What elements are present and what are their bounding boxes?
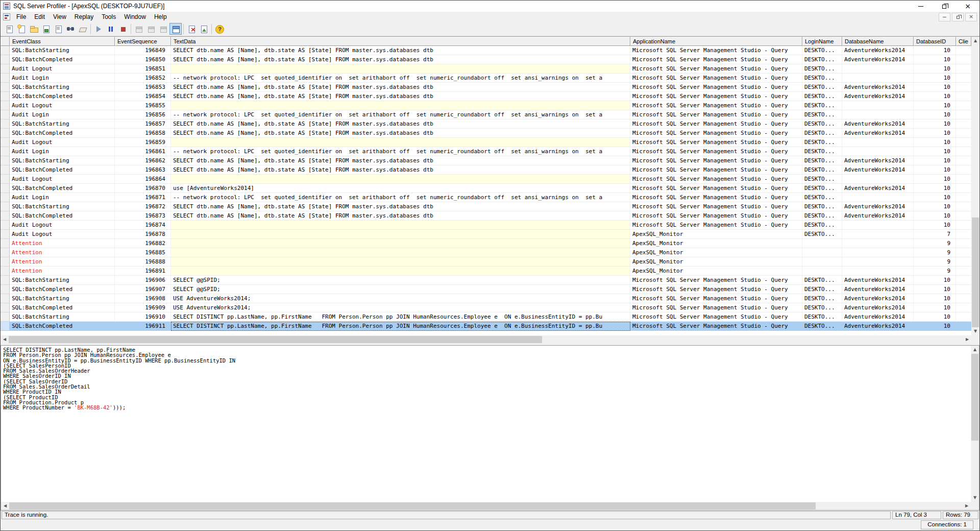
scroll-down-icon[interactable]: ▼: [971, 327, 979, 335]
detail-vscroll-thumb[interactable]: [971, 354, 978, 441]
table-row[interactable]: Attention196882ApexSQL_Monitor9: [1, 239, 971, 248]
column-header-databasename[interactable]: DatabaseName: [842, 37, 914, 46]
scroll-left-icon[interactable]: ◀: [1, 502, 9, 510]
cell-cell-event: SQL:BatchStarting: [10, 119, 115, 129]
menu-item-edit[interactable]: Edit: [30, 12, 49, 22]
menu-item-help[interactable]: Help: [150, 12, 171, 22]
table-row[interactable]: Attention196891ApexSQL_Monitor9: [1, 267, 971, 276]
table-row[interactable]: SQL:BatchStarting196872SELECT dtb.name A…: [1, 202, 971, 211]
table-row[interactable]: Attention196888ApexSQL_Monitor9: [1, 257, 971, 267]
grid-horizontal-scrollbar[interactable]: ◀ ▶: [1, 335, 971, 344]
new-template-button[interactable]: [15, 23, 28, 35]
column-header-eventsequence[interactable]: EventSequence: [115, 37, 171, 46]
play-button[interactable]: [92, 23, 105, 35]
mdi-restore-button[interactable]: [952, 13, 964, 21]
table-row[interactable]: Audit Login196871-- network protocol: LP…: [1, 193, 971, 202]
chart-button[interactable]: [198, 23, 210, 35]
window-2-button[interactable]: [145, 23, 157, 35]
table-row[interactable]: SQL:BatchCompleted196911SELECT DISTINCT …: [1, 322, 971, 331]
trace-properties-button[interactable]: [52, 23, 64, 35]
cell-cell-event: SQL:BatchCompleted: [10, 303, 115, 312]
auto-scroll-button[interactable]: [169, 23, 182, 35]
table-row[interactable]: Audit Logout196864Microsoft SQL Server M…: [1, 175, 971, 184]
menu-item-window[interactable]: Window: [120, 12, 150, 22]
cell-cell-login: DESKTO...: [802, 175, 842, 184]
table-row[interactable]: Audit Logout196874Microsoft SQL Server M…: [1, 221, 971, 230]
chart-icon: [200, 25, 208, 33]
table-row[interactable]: SQL:BatchCompleted196858SELECT dtb.name …: [1, 129, 971, 138]
scroll-up-icon[interactable]: ▲: [971, 37, 979, 45]
stop-button[interactable]: [117, 23, 129, 35]
table-row[interactable]: SQL:BatchStarting196908USE AdventureWork…: [1, 294, 971, 303]
cell-cell-login: DESKTO...: [802, 276, 842, 285]
scroll-up-icon[interactable]: ▲: [971, 346, 979, 354]
table-row[interactable]: SQL:BatchStarting196857SELECT dtb.name A…: [1, 119, 971, 129]
table-row[interactable]: Attention196885ApexSQL_Monitor9: [1, 248, 971, 257]
scroll-down-icon[interactable]: ▼: [971, 494, 979, 502]
menu-item-file[interactable]: File: [12, 12, 30, 22]
detail-hscroll-thumb[interactable]: [9, 502, 816, 510]
table-row[interactable]: SQL:BatchStarting196853SELECT dtb.name A…: [1, 83, 971, 92]
cell-cell-app: Microsoft SQL Server Management Studio -…: [630, 156, 802, 165]
new-trace-button[interactable]: [3, 23, 15, 35]
cell-cell-event: Audit Logout: [10, 64, 115, 74]
detail-horizontal-scrollbar[interactable]: ◀ ▶: [1, 502, 971, 510]
save-trace-button[interactable]: [40, 23, 52, 35]
column-header-eventclass[interactable]: EventClass: [10, 37, 115, 46]
minimize-button[interactable]: [909, 1, 933, 12]
text-detail-pane[interactable]: SELECT DISTINCT pp.LastName, pp.FirstNam…: [1, 345, 979, 511]
cell-cell-text: -- network protocol: LPC set quoted_iden…: [171, 110, 630, 119]
cell-cell-text: [171, 267, 630, 276]
eraser-button[interactable]: [77, 23, 89, 35]
scroll-right-icon[interactable]: ▶: [963, 335, 971, 344]
table-row[interactable]: Audit Login196856-- network protocol: LP…: [1, 110, 971, 119]
scroll-right-icon[interactable]: ▶: [963, 502, 971, 510]
restore-button[interactable]: [933, 1, 956, 12]
table-row[interactable]: Audit Logout196855Microsoft SQL Server M…: [1, 101, 971, 110]
column-header-applicationname[interactable]: ApplicationName: [630, 37, 802, 46]
clear-x-button[interactable]: [185, 23, 198, 35]
help-button[interactable]: [213, 23, 226, 35]
cell-num: 10: [914, 119, 956, 129]
table-row[interactable]: SQL:BatchCompleted196907SELECT @@SPID;Mi…: [1, 285, 971, 294]
table-row[interactable]: SQL:BatchStarting196862SELECT dtb.name A…: [1, 156, 971, 165]
table-row[interactable]: SQL:BatchCompleted196854SELECT dtb.name …: [1, 92, 971, 101]
cell-sel-gutter: [1, 64, 10, 74]
table-row[interactable]: Audit Logout196859Microsoft SQL Server M…: [1, 138, 971, 147]
table-row[interactable]: SQL:BatchCompleted196870use [AdventureWo…: [1, 184, 971, 193]
table-row[interactable]: Audit Logout196851Microsoft SQL Server M…: [1, 64, 971, 74]
table-row[interactable]: SQL:BatchCompleted196873SELECT dtb.name …: [1, 211, 971, 221]
table-row[interactable]: Audit Login196852-- network protocol: LP…: [1, 74, 971, 83]
table-row[interactable]: SQL:BatchStarting196910SELECT DISTINCT p…: [1, 312, 971, 322]
table-row[interactable]: SQL:BatchCompleted196863SELECT dtb.name …: [1, 165, 971, 175]
pause-button[interactable]: [105, 23, 117, 35]
table-row[interactable]: SQL:BatchStarting196849SELECT dtb.name A…: [1, 46, 971, 55]
cell-num: 10: [914, 184, 956, 193]
mdi-close-button[interactable]: ×: [965, 13, 977, 21]
menu-item-replay[interactable]: Replay: [70, 12, 97, 22]
column-header-textdata[interactable]: TextData: [171, 37, 630, 46]
table-row[interactable]: Audit Logout196878ApexSQL_MonitorDESKTO.…: [1, 230, 971, 239]
table-row[interactable]: SQL:BatchStarting196906SELECT @@SPID;Mic…: [1, 276, 971, 285]
grid-vertical-scrollbar[interactable]: ▲ ▼: [971, 37, 979, 335]
column-header-clie[interactable]: Clie: [956, 37, 971, 46]
mdi-minimize-button[interactable]: [939, 13, 950, 21]
scroll-left-icon[interactable]: ◀: [1, 335, 9, 344]
trace-properties-icon: [54, 25, 62, 33]
window-1-button[interactable]: [133, 23, 145, 35]
column-header-databaseid[interactable]: DatabaseID: [914, 37, 956, 46]
grid-hscroll-thumb[interactable]: [9, 336, 542, 343]
table-row[interactable]: Audit Login196861-- network protocol: LP…: [1, 147, 971, 156]
window-3-button[interactable]: [157, 23, 169, 35]
table-row[interactable]: SQL:BatchCompleted196909USE AdventureWor…: [1, 303, 971, 312]
cell-num: 10: [914, 101, 956, 110]
close-button[interactable]: ×: [956, 1, 979, 12]
find-button[interactable]: [64, 23, 77, 35]
grid-vscroll-thumb[interactable]: [972, 218, 979, 328]
table-row[interactable]: SQL:BatchCompleted196850SELECT dtb.name …: [1, 55, 971, 64]
open-trace-button[interactable]: [28, 23, 40, 35]
menu-item-tools[interactable]: Tools: [97, 12, 120, 22]
detail-vertical-scrollbar[interactable]: ▲ ▼: [971, 346, 979, 502]
menu-item-view[interactable]: View: [49, 12, 70, 22]
column-header-loginname[interactable]: LoginName: [802, 37, 842, 46]
